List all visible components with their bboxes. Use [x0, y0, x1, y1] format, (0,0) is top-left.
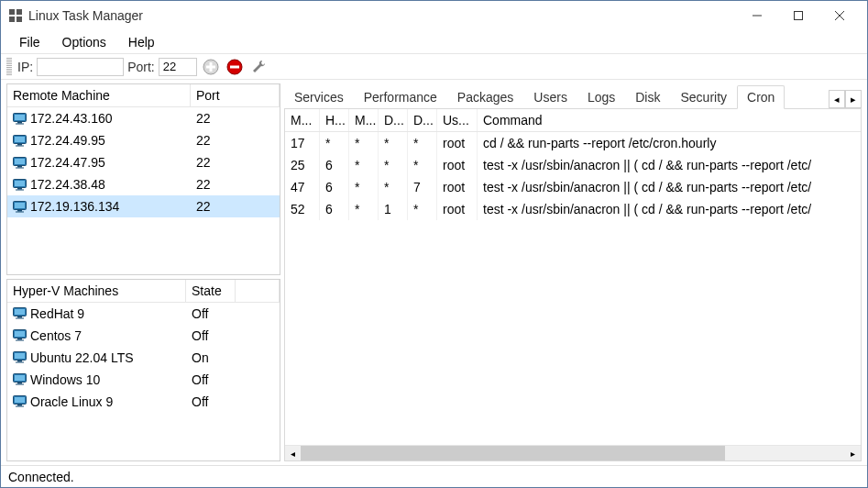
status-text: Connected.: [8, 470, 74, 484]
hyperv-machine-row[interactable]: Oracle Linux 9Off: [7, 391, 280, 413]
cron-user: root: [437, 154, 478, 176]
cron-month: *: [349, 154, 379, 176]
cron-minute: 17: [285, 132, 320, 154]
cron-col-hour[interactable]: H...: [320, 109, 349, 131]
remote-ip: 172.24.43.160: [30, 111, 113, 126]
cron-dow: 7: [408, 176, 437, 198]
hyperv-state: Off: [192, 372, 208, 387]
cron-hour: 6: [320, 154, 349, 176]
tab-disk[interactable]: Disk: [625, 85, 670, 108]
remote-machine-row[interactable]: 172.24.38.4822: [7, 173, 280, 195]
maximize-button[interactable]: [777, 2, 819, 29]
minimize-button[interactable]: [736, 2, 777, 29]
svg-rect-18: [15, 137, 25, 142]
cron-row[interactable]: 526*1*roottest -x /usr/sbin/anacron || (…: [285, 198, 861, 220]
svg-rect-5: [794, 12, 802, 20]
scroll-thumb[interactable]: [301, 446, 725, 461]
cron-row[interactable]: 256***roottest -x /usr/sbin/anacron || (…: [285, 154, 861, 176]
monitor-icon: [13, 351, 27, 363]
cron-dom: 1: [379, 198, 408, 220]
cron-col-dow[interactable]: D...: [408, 109, 437, 131]
menu-file[interactable]: File: [8, 32, 51, 52]
scroll-right-arrow[interactable]: ▸: [845, 446, 861, 461]
monitor-icon: [13, 307, 27, 319]
scroll-left-arrow[interactable]: ◂: [285, 446, 301, 461]
svg-rect-46: [15, 375, 25, 381]
svg-rect-15: [17, 122, 22, 124]
ip-input[interactable]: [37, 58, 124, 76]
monitor-icon: [13, 395, 27, 407]
svg-rect-39: [17, 338, 22, 340]
port-input[interactable]: [159, 58, 197, 76]
cron-row[interactable]: 476**7roottest -x /usr/sbin/anacron || (…: [285, 176, 861, 198]
tab-services[interactable]: Services: [284, 85, 354, 108]
cron-col-minute[interactable]: M...: [285, 109, 320, 131]
tab-packages[interactable]: Packages: [447, 85, 523, 108]
scroll-track[interactable]: [301, 446, 845, 461]
remote-col-machine[interactable]: Remote Machine: [7, 84, 191, 106]
remote-port: 22: [196, 155, 211, 170]
window-title: Linux Task Manager: [28, 8, 736, 23]
svg-rect-27: [17, 188, 22, 190]
hyperv-machine-row[interactable]: Ubuntu 22.04 LTSOn: [7, 347, 280, 369]
tabstrip-scroll-right[interactable]: ▸: [845, 90, 862, 108]
remote-machine-row[interactable]: 172.19.136.13422: [7, 195, 280, 217]
cron-row[interactable]: 17****rootcd / && run-parts --report /et…: [285, 132, 861, 154]
cron-hour: 6: [320, 176, 349, 198]
cron-col-month[interactable]: M...: [349, 109, 379, 131]
cron-horizontal-scrollbar[interactable]: ◂ ▸: [285, 445, 861, 460]
tab-cron[interactable]: Cron: [737, 85, 785, 109]
hyperv-machine-row[interactable]: Centos 7Off: [7, 325, 280, 347]
svg-rect-1: [16, 9, 22, 15]
monitor-icon: [13, 135, 27, 147]
svg-rect-47: [17, 383, 22, 384]
remote-machine-row[interactable]: 172.24.43.16022: [7, 107, 280, 129]
svg-rect-0: [9, 9, 15, 15]
svg-rect-14: [15, 115, 25, 120]
svg-rect-40: [16, 340, 24, 341]
tab-security[interactable]: Security: [670, 85, 737, 108]
svg-rect-23: [17, 166, 22, 168]
cron-dow: *: [408, 154, 437, 176]
cron-dow: *: [408, 198, 437, 220]
hyperv-name: RedHat 9: [30, 306, 84, 321]
cron-col-dom[interactable]: D...: [379, 109, 408, 131]
app-icon: [8, 8, 23, 23]
hyperv-machine-row[interactable]: Windows 10Off: [7, 369, 280, 391]
svg-rect-43: [17, 360, 22, 362]
monitor-icon: [13, 201, 27, 213]
hyperv-col-state[interactable]: State: [186, 280, 236, 302]
cron-minute: 52: [285, 198, 320, 220]
menu-options[interactable]: Options: [51, 32, 117, 52]
tabstrip-scroll-left[interactable]: ◂: [829, 90, 845, 108]
remote-machine-row[interactable]: 172.24.47.9522: [7, 151, 280, 173]
svg-rect-32: [16, 211, 24, 212]
close-button[interactable]: [819, 2, 860, 29]
svg-rect-36: [16, 318, 24, 319]
hyperv-machine-row[interactable]: RedHat 9Off: [7, 303, 280, 325]
svg-rect-28: [16, 189, 24, 190]
cron-user: root: [437, 132, 478, 154]
tab-logs[interactable]: Logs: [577, 85, 625, 108]
svg-rect-48: [16, 384, 24, 385]
tab-users[interactable]: Users: [523, 85, 577, 108]
cron-dow: *: [408, 132, 437, 154]
remote-machine-row[interactable]: 172.24.49.9522: [7, 129, 280, 151]
settings-button[interactable]: [248, 57, 269, 77]
tab-performance[interactable]: Performance: [354, 85, 447, 108]
disconnect-button[interactable]: [225, 57, 245, 77]
menu-help[interactable]: Help: [117, 32, 166, 52]
cron-minute: 47: [285, 176, 320, 198]
remote-col-port[interactable]: Port: [191, 84, 280, 106]
hyperv-name: Ubuntu 22.04 LTS: [30, 350, 134, 365]
svg-rect-42: [15, 353, 25, 359]
hyperv-state: On: [192, 350, 209, 365]
cron-col-user[interactable]: Us...: [437, 109, 478, 131]
svg-rect-26: [15, 181, 25, 186]
cron-col-command[interactable]: Command: [478, 109, 861, 131]
hyperv-col-name[interactable]: Hyper-V Machines: [7, 280, 186, 302]
remote-ip: 172.24.49.95: [30, 133, 105, 148]
connect-button[interactable]: [201, 57, 221, 77]
statusbar: Connected.: [1, 465, 867, 487]
plus-circle-icon: [203, 59, 219, 75]
